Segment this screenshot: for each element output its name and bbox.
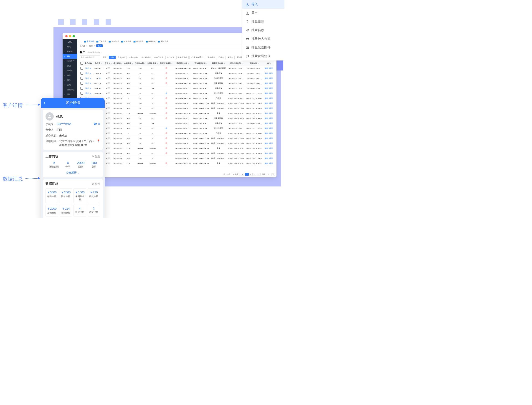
edit-link[interactable]: 编辑 xyxy=(265,147,268,149)
copy-icon[interactable]: ⧉ xyxy=(90,82,91,84)
page-3[interactable]: 3 xyxy=(252,173,256,176)
customer-name-cell[interactable]: 李总 ⧉ xyxy=(84,81,93,86)
column-header[interactable]: 最新跟进内容 ⇅ xyxy=(210,61,227,66)
work-stat[interactable]: 6合同 xyxy=(65,161,70,169)
edit-link[interactable]: 编辑 xyxy=(265,112,268,114)
action-import[interactable]: 导入 xyxy=(242,0,284,9)
edit-link[interactable]: 编辑 xyxy=(265,87,268,89)
follow-link[interactable]: 跟进 xyxy=(269,77,273,79)
copy-icon[interactable]: ⧉ xyxy=(90,73,91,74)
edit-link[interactable]: 编辑 xyxy=(265,117,268,119)
sidebar-item-回款[interactable]: ◦回款 xyxy=(62,92,77,97)
call-icon[interactable]: ☎ xyxy=(94,122,97,126)
summary-item[interactable]: ￥1000未回款金额 xyxy=(74,188,86,203)
edit-link[interactable]: 编辑 xyxy=(265,157,268,159)
edit-link[interactable]: 编辑 xyxy=(265,102,268,104)
page-subtitle[interactable]: 查不到客户数据？ xyxy=(87,51,102,54)
column-header[interactable]: 成交时间 ⇅ xyxy=(112,61,123,66)
sidebar-item-跟进[interactable]: ◦跟进 xyxy=(62,63,77,68)
follow-link[interactable]: 跟进 xyxy=(269,97,273,99)
filter-已成交[interactable]: 已成交 xyxy=(217,56,225,59)
filter-7天未跟进[interactable]: 7天未跟进 xyxy=(205,56,216,59)
sidebar-item-商机[interactable]: ◦商机 xyxy=(62,73,77,78)
page-size-select[interactable]: 18条/页 xyxy=(231,173,240,176)
sidebar-item-线索池[interactable]: ◦线索池 xyxy=(62,49,77,54)
topnav-财务管理[interactable]: 👥 财务管理 xyxy=(121,40,131,42)
edit-link[interactable]: 编辑 xyxy=(265,72,268,74)
breadcrumb-home[interactable]: 仪表盘 xyxy=(80,45,85,47)
filter-今日待跟进[interactable]: 今日待跟进 xyxy=(140,56,152,59)
action-mail[interactable]: 批量发送邮件 xyxy=(242,43,284,52)
column-header[interactable]: 操作 xyxy=(263,61,274,66)
edit-link[interactable]: 编辑 xyxy=(265,132,268,134)
follow-link[interactable]: 跟进 xyxy=(269,107,273,109)
topnav-工单管理[interactable]: 👥 工单管理 xyxy=(96,40,106,42)
sidebar-item-报价[interactable]: ◦报价 xyxy=(62,78,77,82)
filter-全部[interactable]: 全部 xyxy=(109,56,116,59)
edit-link[interactable]: 编辑 xyxy=(265,67,268,69)
column-header[interactable]: 负责人 ⇅ xyxy=(104,61,112,66)
copy-icon[interactable]: ⧉ xyxy=(90,78,91,79)
column-header[interactable]: 未回款金额 ⇅ xyxy=(146,61,159,66)
expand-button[interactable]: 点击展开 ⌄ xyxy=(46,171,100,175)
column-header[interactable]: 下次跟进时间 ⇅ xyxy=(192,61,210,66)
edit-link[interactable]: 编辑 xyxy=(265,142,268,144)
topnav-系统管理[interactable]: 👥 系统管理 xyxy=(158,40,168,42)
column-header[interactable]: 已回款金额 ⇅ xyxy=(134,61,146,66)
follow-link[interactable]: 跟进 xyxy=(269,92,273,94)
column-header[interactable]: 合同金额 ⇅ xyxy=(123,61,134,66)
sidebar-item-联系人[interactable]: ◦联系人 xyxy=(62,68,77,73)
filter-我负责的[interactable]: 我负责的 xyxy=(116,56,127,59)
page-2[interactable]: 2 xyxy=(249,173,252,176)
follow-link[interactable]: 跟进 xyxy=(269,122,273,124)
filter-今日已跟进[interactable]: 今日已跟进 xyxy=(153,56,165,59)
follow-link[interactable]: 跟进 xyxy=(269,137,273,139)
follow-link[interactable]: 跟进 xyxy=(269,147,273,149)
row-checkbox[interactable] xyxy=(80,76,84,81)
goto-input[interactable] xyxy=(266,173,272,176)
column-header[interactable]: 客户名称 xyxy=(84,61,93,66)
row-checkbox[interactable] xyxy=(80,81,84,86)
row-checkbox[interactable] xyxy=(80,91,84,96)
follow-link[interactable]: 跟进 xyxy=(269,132,273,134)
follow-link[interactable]: 跟进 xyxy=(269,127,273,129)
customer-name-cell[interactable]: 黄总 ⧉ xyxy=(84,91,93,96)
column-header[interactable]: 最后跟进时间 ⇅ xyxy=(174,61,192,66)
column-header[interactable]: 创建时间 ⇅ xyxy=(245,61,263,66)
copy-icon[interactable]: ⧉ xyxy=(90,68,91,69)
action-share[interactable]: 批量转移 xyxy=(242,26,284,34)
action-sms[interactable]: 批量发送短信 xyxy=(242,52,284,61)
next-page[interactable]: › xyxy=(257,173,260,176)
close-dot[interactable] xyxy=(65,35,68,37)
summary-item[interactable]: ￥2000发票金额 xyxy=(46,205,58,216)
follow-link[interactable]: 跟进 xyxy=(269,82,273,84)
column-header[interactable]: 领取/获得时间 ⇅ xyxy=(227,61,245,66)
filter-从未跟进的[interactable]: 从未跟进的 xyxy=(176,56,189,59)
column-header[interactable]: 是否公海领取 ⇅ xyxy=(159,61,174,66)
follow-link[interactable]: 跟进 xyxy=(269,162,273,164)
breadcrumb-path[interactable]: 线索 xyxy=(89,45,93,47)
edit-link[interactable]: 编辑 xyxy=(265,97,268,99)
follow-link[interactable]: 跟进 xyxy=(269,157,273,159)
work-stat[interactable]: 9外勤签到 xyxy=(49,161,59,169)
follow-link[interactable]: 跟进 xyxy=(269,67,273,69)
edit-link[interactable]: 编辑 xyxy=(265,82,268,84)
summary-item[interactable]: ￥3000销售金额 xyxy=(46,188,58,203)
filter-未成交[interactable]: 未成交 xyxy=(226,56,235,59)
config-button[interactable]: ⚙ 配置 xyxy=(91,182,100,186)
location-icon[interactable]: 📍 xyxy=(97,139,100,142)
summary-item[interactable]: ￥224费用金额 xyxy=(60,205,72,216)
edit-link[interactable]: 编辑 xyxy=(265,122,268,124)
sidebar-item-线索[interactable]: ◦线索 xyxy=(62,44,77,49)
filter-下属负责的[interactable]: 下属负责的 xyxy=(127,56,139,59)
search-input[interactable]: 客户名称/手机号 xyxy=(80,55,100,59)
edit-link[interactable]: 编辑 xyxy=(265,137,268,139)
follow-link[interactable]: 跟进 xyxy=(269,112,273,114)
topnav-办公管理[interactable]: 👥 办公管理 xyxy=(133,40,143,42)
prev-page[interactable]: ‹ xyxy=(241,173,244,176)
column-header[interactable]: 手机号 ⇅ xyxy=(93,61,104,66)
edit-link[interactable]: 编辑 xyxy=(265,107,268,109)
customer-name-cell[interactable]: 张总 ⧉ xyxy=(84,76,93,81)
sms-icon[interactable]: ✉ xyxy=(98,122,100,126)
follow-link[interactable]: 跟进 xyxy=(269,152,273,154)
